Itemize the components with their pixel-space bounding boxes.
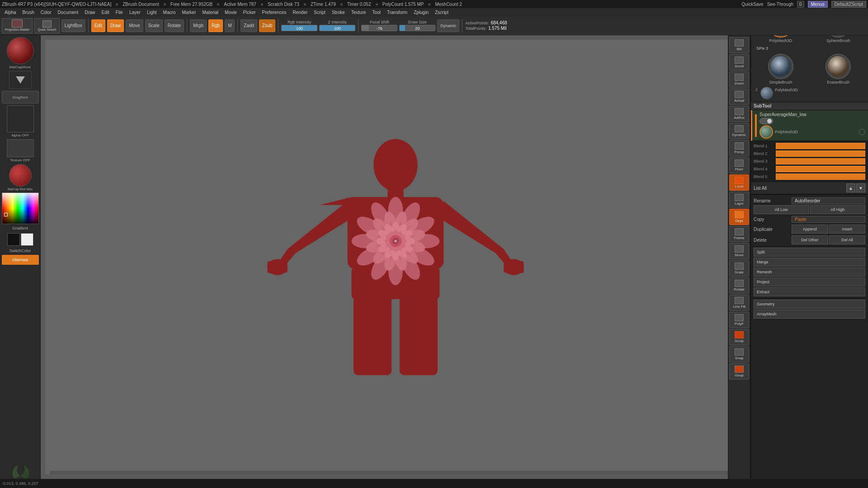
swatch-white[interactable]: [21, 233, 33, 246]
rotate-strip-btn[interactable]: Rotate: [729, 277, 749, 294]
menu-marker[interactable]: Marker: [179, 9, 198, 15]
zadd-btn[interactable]: Zadd: [241, 19, 257, 32]
split-btn[interactable]: Split: [754, 248, 865, 257]
scroll-btn[interactable]: Scroll: [729, 54, 749, 70]
menu-alpha[interactable]: Alpha: [2, 9, 19, 15]
menu-draw[interactable]: Draw: [82, 9, 98, 15]
matcap-sphere[interactable]: [9, 164, 32, 187]
menu-edit[interactable]: Edit: [99, 9, 112, 15]
subtool-sphere[interactable]: [760, 125, 773, 139]
blend-4-bar[interactable]: [776, 166, 865, 172]
simple-brush-circle[interactable]: [768, 54, 793, 79]
subtool-visibility-toggle[interactable]: [859, 129, 865, 135]
blend-2-bar[interactable]: [776, 150, 865, 157]
swatch-black[interactable]: [7, 233, 20, 246]
rotate-btn[interactable]: Rotate: [165, 19, 184, 32]
actual-btn[interactable]: Actual: [729, 89, 749, 105]
blend-3-bar[interactable]: [776, 158, 865, 164]
array-mesh-btn[interactable]: ArrayMesh: [754, 310, 865, 319]
list-down-arrow[interactable]: ▼: [856, 183, 865, 192]
menu-stroke[interactable]: Stroke: [329, 9, 348, 15]
persp-btn[interactable]: Persp: [729, 140, 749, 156]
menu-render[interactable]: Render: [290, 9, 311, 15]
draw-btn[interactable]: Draw: [107, 19, 124, 32]
extract-btn[interactable]: Extract: [754, 287, 865, 296]
frame-btn[interactable]: Frame: [729, 226, 749, 242]
menu-brush[interactable]: Brush: [20, 9, 37, 15]
menu-movie[interactable]: Movie: [222, 9, 240, 15]
subtool-active-item[interactable]: SuperAverageMan_low PolyMesh3D: [751, 110, 868, 141]
merge-btn[interactable]: Merge: [754, 258, 865, 267]
project-btn[interactable]: Project: [754, 277, 865, 286]
local-btn[interactable]: Local: [729, 174, 749, 191]
sculp-btn[interactable]: Sculp: [729, 329, 749, 345]
list-up-arrow[interactable]: ▲: [846, 183, 855, 192]
insert-btn[interactable]: Insert: [829, 225, 866, 234]
scale-strip-btn[interactable]: Scale: [729, 260, 749, 277]
blend-1-bar[interactable]: [776, 143, 865, 149]
menu-file[interactable]: File: [113, 9, 126, 15]
subtool-toggle[interactable]: [760, 118, 773, 124]
projection-master-btn[interactable]: Projection Master: [2, 18, 33, 33]
menu-zplugin[interactable]: Zplugin: [411, 9, 431, 15]
menu-texture[interactable]: Texture: [349, 9, 369, 15]
dragrect-btn[interactable]: DragRect: [2, 91, 39, 103]
all-low-btn[interactable]: All Low: [754, 205, 809, 214]
quick-sketch-btn[interactable]: Quick Sketch: [34, 18, 59, 33]
texture-preview[interactable]: [7, 139, 34, 157]
rename-value[interactable]: AutoReorder: [792, 197, 865, 204]
alpha-preview[interactable]: [7, 105, 34, 132]
bilt-btn[interactable]: Bilt: [729, 37, 749, 53]
menu-light[interactable]: Light: [144, 9, 160, 15]
rgb-intensity-slider[interactable]: 100: [281, 25, 317, 31]
draw-size-slider[interactable]: 20: [399, 25, 435, 31]
default-zscript-btn[interactable]: DefaultZScript: [831, 1, 866, 8]
rgb-btn[interactable]: Rgb: [208, 19, 223, 32]
lightbox-btn[interactable]: LightBox: [61, 19, 85, 32]
zoom-btn[interactable]: Zoom: [729, 71, 749, 88]
menu-script[interactable]: Script: [311, 9, 328, 15]
canvas-area[interactable]: [41, 35, 750, 479]
menu-preferences[interactable]: Preferences: [259, 9, 289, 15]
paste-value[interactable]: Paste: [792, 216, 865, 223]
del-other-btn[interactable]: Del Other: [792, 235, 828, 244]
menu-picker[interactable]: Picker: [241, 9, 259, 15]
dynamic-btn2[interactable]: Dynamic: [729, 123, 749, 139]
menu-transform[interactable]: Transform: [384, 9, 410, 15]
material-sphere[interactable]: [7, 37, 34, 64]
menu-macro[interactable]: Macro: [160, 9, 179, 15]
blend-5-bar[interactable]: [776, 174, 865, 180]
geometry-btn[interactable]: Geometry: [754, 300, 865, 309]
polyf-btn[interactable]: PolyF: [729, 312, 749, 328]
del-all-btn[interactable]: Del All: [829, 235, 866, 244]
menu-tool[interactable]: Tool: [370, 9, 383, 15]
horizontal-scrollbar[interactable]: [50, 471, 741, 474]
move-btn[interactable]: Move: [126, 19, 143, 32]
edit-btn[interactable]: Edit: [91, 19, 105, 32]
z-intensity-slider[interactable]: 100: [319, 25, 355, 31]
mrgb-btn[interactable]: Mrgb: [190, 19, 207, 32]
poly-mesh3d-sphere[interactable]: [760, 87, 773, 99]
quicksave-btn[interactable]: QuickSave: [741, 2, 763, 7]
gxyz-btn[interactable]: Gxyz: [729, 209, 749, 225]
goup-btn[interactable]: Goup: [729, 363, 749, 380]
floor-btn[interactable]: Floor: [729, 157, 749, 174]
focal-shift-slider[interactable]: -76: [361, 25, 397, 31]
simple-brush-item[interactable]: SimpleBrush: [753, 54, 809, 84]
menu-color[interactable]: Color: [38, 9, 54, 15]
aarot-btn[interactable]: AARot: [729, 106, 749, 122]
color-picker[interactable]: [2, 192, 39, 224]
all-high-btn[interactable]: All High: [810, 205, 866, 214]
move-strip-btn[interactable]: Move: [729, 243, 749, 259]
canvas-inner[interactable]: [45, 40, 746, 474]
menu-zscript[interactable]: Zscript: [432, 9, 451, 15]
menu-layer[interactable]: Layer: [127, 9, 143, 15]
transform-arrow[interactable]: [9, 71, 32, 89]
menu-document[interactable]: Document: [55, 9, 81, 15]
snap-btn[interactable]: Snap: [729, 346, 749, 362]
scale-btn[interactable]: Scale: [145, 19, 163, 32]
m-btn[interactable]: M: [225, 19, 235, 32]
zsub-btn[interactable]: Zsub: [259, 19, 275, 32]
alternate-btn[interactable]: Alternate: [2, 255, 39, 265]
dynamic-btn[interactable]: Dynamic: [437, 19, 459, 32]
